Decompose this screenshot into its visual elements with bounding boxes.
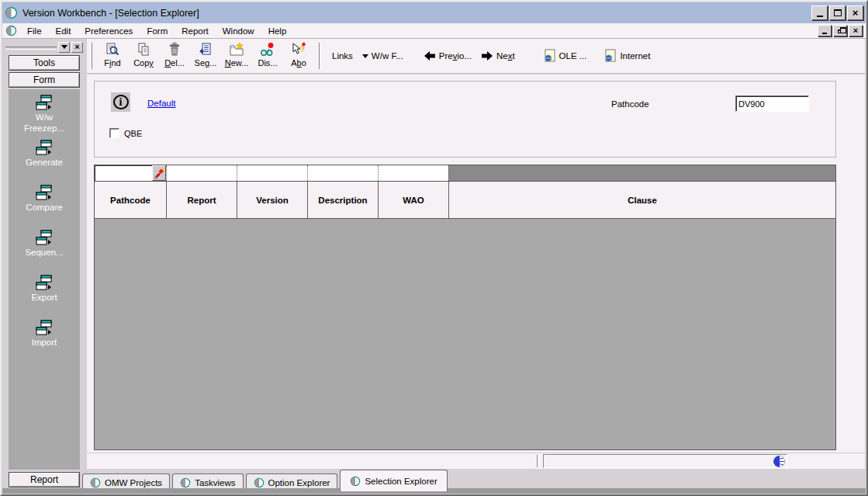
tab-selection-explorer[interactable]: Selection Explorer — [340, 470, 447, 491]
trash-icon — [167, 42, 182, 57]
child-minimize-icon[interactable] — [818, 25, 832, 36]
tab-globe-icon — [180, 477, 191, 488]
form-exit-icon — [35, 320, 54, 337]
toolbar-gripper[interactable] — [90, 43, 92, 69]
child-close-icon[interactable]: × — [849, 25, 863, 36]
ole-button[interactable]: OLE ... — [538, 44, 592, 68]
qbe-cell-wao[interactable] — [378, 165, 448, 181]
column-header-report[interactable]: Report — [166, 182, 237, 218]
qbe-checkbox[interactable] — [109, 128, 119, 138]
sidebar-close-icon[interactable]: × — [71, 42, 83, 53]
form-exit-icon — [35, 275, 54, 292]
copy-button[interactable]: Copy — [128, 40, 159, 71]
menu-edit[interactable]: Edit — [49, 25, 78, 37]
maximize-icon[interactable] — [829, 5, 846, 20]
segment-icon — [198, 42, 213, 57]
gripper-handle[interactable] — [5, 47, 57, 50]
form-exit-icon — [35, 140, 54, 157]
next-arrow-icon — [481, 50, 493, 61]
qbe-cell-report[interactable] — [166, 165, 237, 181]
column-header-clause[interactable]: Clause — [448, 182, 835, 218]
internet-button[interactable]: Internet — [599, 44, 655, 68]
exit-export[interactable]: Export — [9, 275, 80, 320]
exit-generate[interactable]: Generate — [9, 140, 80, 185]
column-header-wao[interactable]: WAO — [378, 182, 448, 218]
copy-icon — [136, 42, 151, 57]
status-bar — [87, 453, 865, 469]
qbe-cell-description[interactable] — [307, 165, 378, 181]
glasses-icon — [260, 42, 275, 57]
delete-button[interactable]: Del... — [159, 40, 190, 71]
default-link[interactable]: Default — [147, 99, 175, 108]
qbe-cell-clause — [448, 165, 835, 181]
tab-globe-icon — [350, 476, 361, 487]
tab-globe-icon — [254, 477, 265, 488]
form-exit-icon — [35, 185, 54, 202]
exit-import[interactable]: Import — [9, 320, 80, 365]
tools-button[interactable]: Tools — [9, 55, 80, 71]
links-dropdown[interactable]: W/w F... — [358, 44, 408, 68]
form-exit-icon — [35, 230, 54, 247]
close-icon[interactable]: × — [847, 5, 863, 20]
qbe-cell-pathcode[interactable] — [95, 165, 166, 181]
pathcode-input[interactable] — [735, 95, 809, 112]
exit-ww-freezep[interactable]: W/w Freezep... — [9, 95, 80, 140]
app-window: Version Workbench - [Selection Explorer]… — [0, 0, 868, 496]
menu-preferences[interactable]: Preferences — [78, 25, 140, 37]
menu-form[interactable]: Form — [140, 25, 175, 37]
grid: Pathcode Report Version Description WAO … — [94, 165, 836, 450]
form-header-panel: i Default Pathcode QBE — [94, 81, 836, 158]
form-exits-panel: W/w Freezep... Generate — [9, 89, 80, 470]
new-folder-icon — [229, 42, 244, 57]
info-icon: i — [111, 92, 130, 112]
menu-file[interactable]: File — [20, 25, 49, 37]
app-globe-icon — [5, 6, 18, 19]
menu-help[interactable]: Help — [261, 25, 294, 37]
links-label: Links — [327, 44, 358, 68]
report-button[interactable]: Report — [9, 472, 80, 487]
ole-document-icon — [543, 49, 556, 63]
new-button[interactable]: New... — [221, 40, 252, 71]
child-restore-icon[interactable] — [833, 25, 847, 36]
sidebar: × Tools Form W/w Freezep... — [4, 40, 85, 492]
window-title: Version Workbench - [Selection Explorer] — [22, 8, 807, 19]
find-icon — [105, 42, 120, 57]
display-button[interactable]: Dis... — [252, 40, 283, 71]
minimize-icon[interactable] — [811, 5, 828, 20]
find-button[interactable]: Find — [97, 40, 128, 71]
world-globe-icon — [773, 455, 786, 468]
form-exit-icon — [35, 95, 54, 112]
column-header-version[interactable]: Version — [237, 182, 307, 218]
dropdown-icon — [362, 54, 368, 58]
exit-sequence[interactable]: Sequen... — [9, 230, 80, 275]
form-area: i Default Pathcode QBE — [87, 75, 865, 469]
exit-compare[interactable]: Compare — [9, 185, 80, 230]
previous-arrow-icon — [424, 50, 436, 61]
next-button[interactable]: Next — [476, 44, 520, 68]
svg-text:?: ? — [300, 44, 306, 54]
qbe-label: QBE — [124, 129, 142, 138]
form-button[interactable]: Form — [9, 72, 80, 88]
menu-report[interactable]: Report — [175, 25, 216, 37]
qbe-checkbox-row: QBE — [109, 128, 142, 138]
flashlight-icon[interactable] — [152, 165, 166, 181]
internet-document-icon — [603, 49, 617, 63]
sidebar-gripper[interactable]: × — [5, 41, 83, 53]
previous-button[interactable]: Previo... — [419, 44, 476, 68]
grid-header-row: Pathcode Report Version Description WAO … — [95, 182, 835, 219]
title-bar: Version Workbench - [Selection Explorer]… — [2, 2, 866, 23]
menu-window[interactable]: Window — [216, 25, 261, 37]
about-button[interactable]: ? Abo — [283, 40, 314, 71]
tab-globe-icon — [90, 477, 101, 488]
segment-button[interactable]: Seg... — [190, 40, 221, 71]
toolbar: Find Copy Del... — [87, 39, 865, 74]
help-arrow-icon: ? — [291, 42, 306, 57]
column-header-description[interactable]: Description — [307, 182, 378, 218]
grid-qbe-row — [95, 165, 835, 182]
column-header-pathcode[interactable]: Pathcode — [95, 182, 166, 218]
chevron-down-icon[interactable] — [58, 42, 70, 53]
qbe-cell-version[interactable] — [237, 165, 307, 181]
status-divider — [537, 455, 539, 467]
document-globe-icon — [5, 25, 17, 36]
menu-bar: File Edit Preferences Form Report Window… — [2, 23, 866, 39]
